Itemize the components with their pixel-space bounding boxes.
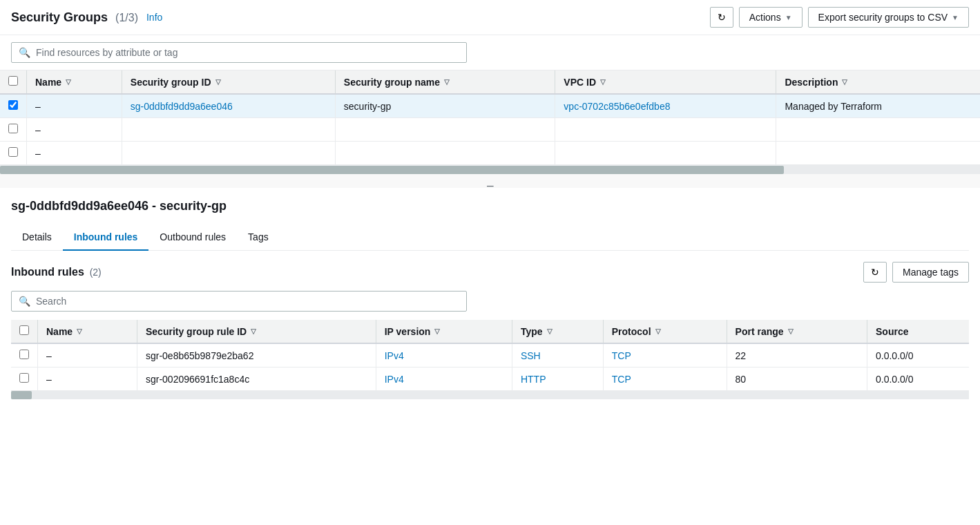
rules-row-name: – [38, 343, 137, 368]
row-checkbox[interactable] [8, 124, 18, 133]
row-description [776, 142, 980, 165]
col-header-sg-name: Security group name ▽ [335, 70, 555, 94]
refresh-icon: ↻ [718, 12, 726, 23]
row-sg-name [335, 142, 555, 165]
type-link[interactable]: SSH [521, 350, 541, 361]
col-sort-name-icon[interactable]: ▽ [66, 78, 71, 86]
rules-scrollbar-thumb[interactable] [11, 391, 32, 399]
rules-row-checkbox-cell [11, 368, 38, 391]
page-title-text: Security Groups [11, 10, 108, 24]
select-all-checkbox[interactable] [8, 76, 18, 86]
row-checkbox[interactable] [8, 147, 18, 157]
export-button[interactable]: Export security groups to CSV ▼ [808, 7, 969, 28]
rules-col-ip-version: IP version ▽ [376, 320, 512, 343]
sg-id-link[interactable]: sg-0ddbfd9dd9a6ee046 [131, 101, 233, 112]
rules-search-input[interactable] [36, 296, 459, 307]
rules-search-wrapper: 🔍 [11, 291, 467, 312]
col-sort-desc-icon[interactable]: ▽ [842, 78, 847, 86]
row-name: – [27, 118, 122, 142]
search-bar: 🔍 [0, 35, 980, 70]
row-checkbox[interactable] [8, 100, 18, 110]
rules-scrollbar[interactable] [11, 391, 969, 399]
rules-col-protocol: Protocol ▽ [603, 320, 727, 343]
inbound-rules-section: Inbound rules (2) ↻ Manage tags 🔍 [11, 262, 969, 399]
section-header: Inbound rules (2) ↻ Manage tags [11, 262, 969, 283]
rules-col-name: Name ▽ [38, 320, 137, 343]
section-actions: ↻ Manage tags [863, 262, 969, 283]
rules-row-name: – [38, 368, 137, 391]
detail-tabs: Details Inbound rules Outbound rules Tag… [11, 225, 969, 251]
security-groups-table-container: Name ▽ Security group ID ▽ Security grou… [0, 70, 980, 166]
inbound-rules-count: (2) [90, 267, 102, 278]
rules-col-sort-name-icon[interactable]: ▽ [77, 327, 82, 335]
inbound-rules-title: Inbound rules [11, 266, 84, 278]
manage-tags-button[interactable]: Manage tags [892, 262, 969, 283]
vpc-id-link[interactable]: vpc-0702c85b6e0efdbe8 [564, 101, 670, 112]
table-scrollbar[interactable] [0, 166, 980, 174]
rules-col-sort-port-icon[interactable]: ▽ [788, 327, 794, 335]
rules-table-row[interactable]: – sgr-0e8b65b9879e2ba62 IPv4 SSH TCP 22 … [11, 343, 969, 368]
row-vpc-id [555, 142, 776, 165]
resize-icon: ⎯ [487, 175, 494, 187]
refresh-button[interactable]: ↻ [710, 7, 733, 28]
actions-label: Actions [749, 12, 781, 23]
row-vpc-id: vpc-0702c85b6e0efdbe8 [555, 94, 776, 118]
search-input-wrapper: 🔍 [11, 42, 467, 63]
rules-row-type: HTTP [512, 368, 603, 391]
rules-row-source: 0.0.0.0/0 [867, 343, 969, 368]
protocol-link[interactable]: TCP [612, 374, 631, 385]
rules-col-sort-type-icon[interactable]: ▽ [547, 327, 553, 335]
tab-details[interactable]: Details [11, 225, 63, 251]
col-header-description: Description ▽ [776, 70, 980, 94]
resize-handle[interactable]: ⎯ [0, 174, 980, 188]
rules-row-checkbox-cell [11, 343, 38, 368]
row-vpc-id [555, 118, 776, 142]
search-input[interactable] [36, 47, 459, 58]
inbound-rules-table: Name ▽ Security group rule ID ▽ [11, 320, 969, 391]
type-link[interactable]: HTTP [521, 374, 546, 385]
actions-button[interactable]: Actions ▼ [739, 7, 803, 28]
ip-version-link[interactable]: IPv4 [385, 374, 404, 385]
rules-row-sg-rule-id: sgr-0e8b65b9879e2ba62 [137, 343, 376, 368]
select-all-header [0, 70, 27, 94]
table-row[interactable]: – [0, 142, 980, 165]
security-groups-table: Name ▽ Security group ID ▽ Security grou… [0, 70, 980, 165]
row-sg-id: sg-0ddbfd9dd9a6ee046 [122, 94, 335, 118]
rules-col-sort-proto-icon[interactable]: ▽ [655, 327, 661, 335]
rules-col-sort-ip-icon[interactable]: ▽ [434, 327, 440, 335]
tab-inbound-rules[interactable]: Inbound rules [63, 225, 149, 251]
col-sort-sgname-icon[interactable]: ▽ [444, 78, 450, 86]
section-title-group: Inbound rules (2) [11, 266, 102, 278]
search-icon: 🔍 [19, 47, 30, 58]
rules-row-checkbox[interactable] [19, 373, 29, 383]
table-row[interactable]: – sg-0ddbfd9dd9a6ee046 security-gp vpc-0… [0, 94, 980, 118]
rules-row-checkbox[interactable] [19, 350, 29, 359]
tab-outbound-rules[interactable]: Outbound rules [148, 225, 237, 251]
col-sort-vpc-icon[interactable]: ▽ [600, 78, 606, 86]
col-sort-sgid-icon[interactable]: ▽ [215, 78, 221, 86]
table-row[interactable]: – [0, 118, 980, 142]
rules-row-protocol: TCP [603, 368, 727, 391]
protocol-link[interactable]: TCP [612, 350, 631, 361]
rules-refresh-button[interactable]: ↻ [863, 262, 887, 283]
inbound-rules-table-container: Name ▽ Security group rule ID ▽ [11, 320, 969, 391]
table-scrollbar-thumb[interactable] [0, 166, 784, 174]
header-actions: ↻ Actions ▼ Export security groups to CS… [710, 7, 969, 28]
row-description: Managed by Terraform [776, 94, 980, 118]
rules-row-ip-version: IPv4 [376, 343, 512, 368]
actions-caret-icon: ▼ [785, 14, 792, 21]
rules-col-sort-sgrid-icon[interactable]: ▽ [251, 327, 256, 335]
rules-table-row[interactable]: – sgr-002096691fc1a8c4c IPv4 HTTP TCP 80… [11, 368, 969, 391]
rules-select-all-checkbox[interactable] [19, 325, 29, 335]
page-header: Security Groups (1/3) Info ↻ Actions ▼ E… [0, 0, 980, 35]
info-link[interactable]: Info [146, 12, 162, 23]
row-description [776, 118, 980, 142]
rules-col-source: Source [867, 320, 969, 343]
rules-search-icon: 🔍 [19, 296, 30, 307]
rules-col-type: Type ▽ [512, 320, 603, 343]
ip-version-link[interactable]: IPv4 [385, 350, 404, 361]
tab-tags[interactable]: Tags [237, 225, 280, 251]
export-caret-icon: ▼ [952, 14, 959, 21]
rules-row-sg-rule-id: sgr-002096691fc1a8c4c [137, 368, 376, 391]
rules-row-port-range: 80 [727, 368, 867, 391]
